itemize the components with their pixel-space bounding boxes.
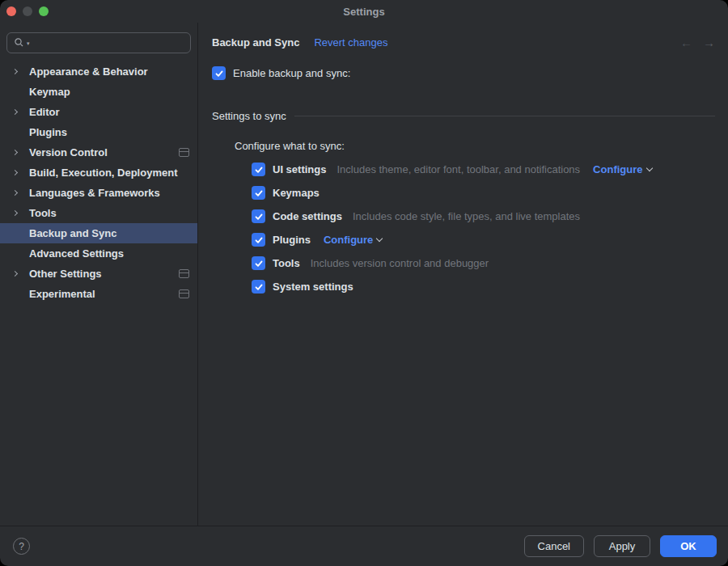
plugins-configure-link[interactable]: Configure <box>324 234 382 246</box>
sidebar-item-languages-frameworks[interactable]: Languages & Frameworks <box>0 183 197 203</box>
sync-row-tools: Tools Includes version control and debug… <box>252 251 715 275</box>
section-divider <box>294 116 715 116</box>
checkmark-icon <box>254 259 264 268</box>
section-title: Settings to sync <box>212 110 286 122</box>
main-panel: Backup and Sync Revert changes ← → Enabl… <box>198 23 728 526</box>
ok-button[interactable]: OK <box>660 535 717 557</box>
checkmark-icon <box>254 235 264 245</box>
checkmark-icon <box>254 165 264 175</box>
settings-tree: Appearance & Behavior Keymap Editor Plug… <box>0 61 197 304</box>
non-project-settings-icon <box>179 148 189 157</box>
enable-backup-checkbox[interactable] <box>212 66 226 80</box>
footer: ? Cancel Apply OK <box>0 526 728 566</box>
sidebar: ▾ Appearance & Behavior Keymap Editor <box>0 23 198 526</box>
sync-row-ui-settings: UI settings Includes theme, editor font,… <box>252 158 715 181</box>
page-title: Backup and Sync <box>212 36 299 49</box>
ui-settings-checkbox[interactable] <box>252 163 265 176</box>
chevron-right-icon[interactable] <box>12 210 18 216</box>
chevron-right-icon[interactable] <box>12 150 18 155</box>
sidebar-item-other-settings[interactable]: Other Settings <box>0 264 197 284</box>
system-settings-checkbox[interactable] <box>252 280 265 294</box>
chevron-right-icon[interactable] <box>12 170 18 175</box>
dialog-buttons: Cancel Apply OK <box>524 535 717 557</box>
configure-heading: Configure what to sync: <box>235 140 715 152</box>
chevron-right-icon[interactable] <box>12 271 18 277</box>
sidebar-item-appearance-behavior[interactable]: Appearance & Behavior <box>0 61 197 82</box>
enable-backup-row: Enable backup and sync: <box>212 66 715 80</box>
zoom-window-button[interactable] <box>39 6 49 16</box>
cancel-button[interactable]: Cancel <box>524 535 584 557</box>
sync-row-code-settings: Code settings Includes code style, file … <box>252 205 715 228</box>
checkmark-icon <box>254 212 264 222</box>
non-project-settings-icon <box>179 289 189 298</box>
enable-backup-label: Enable backup and sync: <box>233 67 350 79</box>
checkmark-icon <box>254 188 264 198</box>
minimize-window-button <box>23 6 32 16</box>
settings-window: Settings ▾ Appearance & Behavior K <box>0 0 728 566</box>
chevron-right-icon[interactable] <box>12 190 18 196</box>
revert-changes-link[interactable]: Revert changes <box>314 36 387 49</box>
close-window-button[interactable] <box>6 6 16 16</box>
sidebar-item-editor[interactable]: Editor <box>0 102 197 122</box>
settings-to-sync-section: Settings to sync <box>212 110 715 122</box>
search-box[interactable]: ▾ <box>6 32 191 53</box>
sidebar-item-backup-and-sync[interactable]: Backup and Sync <box>0 223 197 243</box>
traffic-lights <box>6 6 49 16</box>
sidebar-item-experimental[interactable]: Experimental <box>0 284 197 304</box>
chevron-down-icon <box>376 235 383 242</box>
window-title: Settings <box>343 6 384 18</box>
apply-button[interactable]: Apply <box>594 535 650 557</box>
page-header: Backup and Sync Revert changes ← → <box>212 32 715 52</box>
forward-arrow-icon[interactable]: → <box>703 36 715 49</box>
plugins-checkbox[interactable] <box>252 233 265 247</box>
sync-row-system-settings: System settings <box>252 275 715 298</box>
keymaps-checkbox[interactable] <box>252 186 265 200</box>
sidebar-item-advanced-settings[interactable]: Advanced Settings <box>0 243 197 264</box>
question-mark-icon: ? <box>19 541 24 552</box>
sidebar-item-plugins[interactable]: Plugins <box>0 122 197 142</box>
sidebar-item-build-execution-deployment[interactable]: Build, Execution, Deployment <box>0 163 197 183</box>
sync-row-plugins: Plugins Configure <box>252 228 715 251</box>
sync-options-list: UI settings Includes theme, editor font,… <box>252 158 715 298</box>
ui-settings-configure-link[interactable]: Configure <box>593 163 651 175</box>
search-icon <box>14 37 25 49</box>
history-navigation: ← → <box>680 36 715 49</box>
chevron-right-icon[interactable] <box>12 109 18 115</box>
help-button[interactable]: ? <box>13 538 30 555</box>
code-settings-checkbox[interactable] <box>252 209 265 223</box>
search-input[interactable] <box>32 36 184 50</box>
content: ▾ Appearance & Behavior Keymap Editor <box>0 23 728 526</box>
sidebar-item-version-control[interactable]: Version Control <box>0 142 197 163</box>
back-arrow-icon[interactable]: ← <box>680 36 692 49</box>
checkmark-icon <box>254 282 264 292</box>
tools-checkbox[interactable] <box>252 256 265 270</box>
search-options-caret-icon[interactable]: ▾ <box>27 40 30 46</box>
sync-row-keymaps: Keymaps <box>252 181 715 205</box>
chevron-right-icon[interactable] <box>12 69 18 74</box>
non-project-settings-icon <box>179 269 189 278</box>
checkmark-icon <box>214 69 224 78</box>
chevron-down-icon <box>645 165 652 171</box>
titlebar: Settings <box>0 0 728 23</box>
sidebar-item-tools[interactable]: Tools <box>0 203 197 223</box>
sidebar-item-keymap[interactable]: Keymap <box>0 82 197 102</box>
